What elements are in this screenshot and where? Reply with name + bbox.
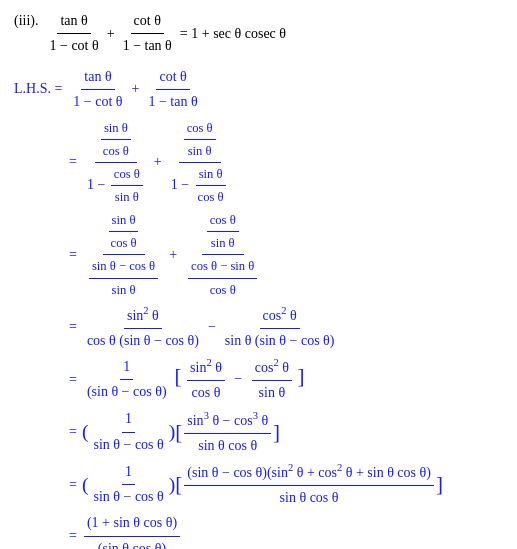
math-block: (iii). tan θ 1 − cot θ + cot θ 1 − tan θ… (14, 10, 503, 549)
step-row-2: = sin θ cos θ 1 − cos θ sin θ + cos θ (64, 118, 503, 208)
step-row-4: = sin2 θ cos θ (sin θ − cos θ) − cos2 θ … (64, 303, 503, 352)
lhs-label: L.H.S. = (14, 78, 62, 100)
lhs-row-1: L.H.S. = tan θ 1 − cot θ + cot θ 1 − tan… (14, 66, 503, 114)
step-row-6: = ( 1 sin θ − cos θ ) [ sin3 θ − cos3 θ … (64, 408, 503, 457)
problem-header: (iii). tan θ 1 − cot θ + cot θ 1 − tan θ… (14, 10, 503, 58)
step-row-5: = 1 (sin θ − cos θ) [ sin2 θ cos θ − cos… (64, 355, 503, 404)
step-row-3: = sin θ cos θ sin θ − cos θ sin θ + cos … (64, 210, 503, 300)
problem-statement: tan θ 1 − cot θ + cot θ 1 − tan θ = 1 + … (45, 10, 287, 58)
step-row-8: = (1 + sin θ cos θ) (sin θ cos θ) (64, 512, 503, 549)
problem-number: (iii). (14, 10, 39, 32)
step-row-7: = ( 1 sin θ − cos θ ) [ (sin θ − cos θ)(… (64, 460, 503, 509)
